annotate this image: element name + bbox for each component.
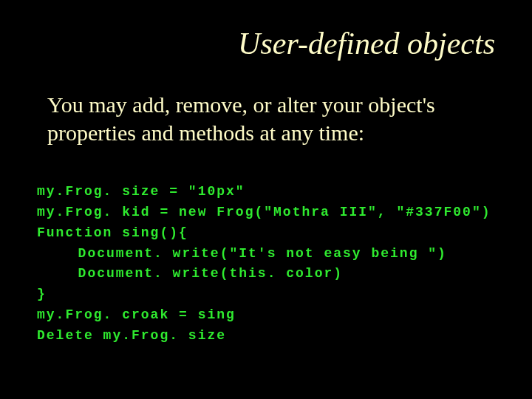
slide-body-text: You may add, remove, or alter your objec… — [30, 91, 510, 146]
slide: User-defined objects You may add, remove… — [0, 0, 532, 399]
code-line: my.Frog. croak = sing — [37, 307, 236, 322]
code-block: my.Frog. size = "10px" my.Frog. kid = ne… — [37, 161, 510, 367]
slide-title: User-defined objects — [22, 26, 495, 61]
code-line: Delete my.Frog. size — [37, 328, 226, 343]
code-line: Function sing(){ — [37, 225, 188, 240]
code-line: Document. write("It's not easy being ") — [37, 244, 447, 265]
code-line: } — [37, 287, 47, 301]
code-line: my.Frog. size = "10px" — [37, 184, 245, 199]
code-line: my.Frog. kid = new Frog("Mothra III", "#… — [37, 205, 491, 219]
code-line: Document. write(this. color) — [37, 264, 343, 284]
